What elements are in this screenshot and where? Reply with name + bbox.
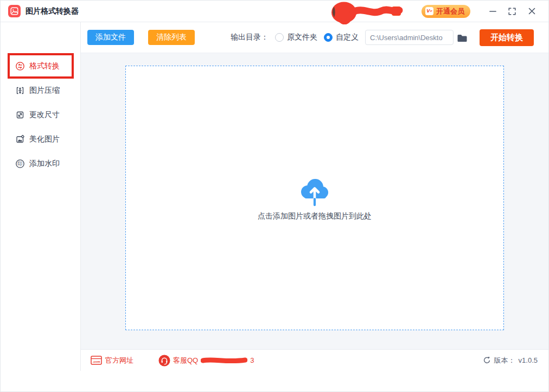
clear-list-button[interactable]: 清除列表 (148, 30, 195, 45)
official-site-label: 官方网址 (105, 356, 133, 365)
footer-bar: .com 官方网址 客服QQ 3 (81, 349, 548, 371)
version-refresh-icon (483, 356, 491, 364)
image-dropzone[interactable]: 点击添加图片或者拖拽图片到此处 (125, 66, 504, 330)
minimize-icon (489, 7, 497, 15)
sidebar-item-label: 更改尺寸 (29, 110, 60, 120)
sidebar-item-resize[interactable]: 更改尺寸 (1, 102, 80, 127)
sidebar-item-watermark[interactable]: 印 添加水印 (1, 151, 80, 176)
beautify-icon (15, 134, 25, 144)
dropzone-hint: 点击添加图片或者拖拽图片到此处 (258, 211, 372, 221)
output-dir-label: 输出目录： (231, 33, 269, 42)
version-value: v1.0.5 (519, 356, 538, 364)
sidebar-item-label: 图片压缩 (29, 86, 60, 95)
sidebar-item-label: 格式转换 (29, 61, 60, 71)
radio-custom-folder[interactable]: 自定义 (324, 33, 359, 42)
customer-service-icon (158, 355, 170, 367)
open-vip-button[interactable]: VIP 开通会员 (422, 5, 470, 18)
watermark-icon: 印 (15, 159, 25, 169)
sidebar-item-beautify[interactable]: 美化图片 (1, 127, 80, 151)
svg-text:印: 印 (18, 161, 23, 166)
radio-circle-unchecked[interactable] (275, 33, 284, 42)
close-icon (528, 7, 536, 15)
sidebar-item-label: 美化图片 (29, 134, 60, 144)
compress-icon (15, 86, 25, 95)
content-area: 点击添加图片或者拖拽图片到此处 (81, 53, 548, 349)
svg-text:.com: .com (92, 360, 100, 363)
sidebar: 格式转换 图片压缩 更改尺寸 (1, 22, 81, 371)
qq-label: 客服QQ (173, 356, 198, 365)
radio-original-label: 原文件夹 (287, 33, 317, 42)
radio-original-folder[interactable]: 原文件夹 (275, 33, 317, 42)
vip-pill-icon: VIP (425, 7, 433, 15)
add-files-button[interactable]: 添加文件 (87, 30, 134, 45)
minimize-button[interactable] (487, 5, 499, 17)
maximize-button[interactable] (506, 5, 518, 17)
radio-circle-checked[interactable] (324, 33, 333, 42)
cloud-upload-icon (297, 175, 333, 206)
format-convert-icon (15, 61, 25, 71)
maximize-icon (508, 7, 516, 16)
sidebar-item-format-convert[interactable]: 格式转换 (1, 54, 80, 78)
app-window: 图片格式转换器 VIP VIP 开通会员 (0, 0, 549, 392)
close-button[interactable] (526, 5, 538, 17)
official-site-link[interactable]: .com 官方网址 (91, 356, 133, 365)
folder-icon (457, 33, 468, 42)
toolbar: 添加文件 清除列表 输出目录： 原文件夹 自定义 (81, 22, 548, 53)
start-convert-button[interactable]: 开始转换 (480, 29, 534, 46)
output-path-input[interactable] (365, 30, 454, 45)
vip-badge-icon: VIP (392, 7, 401, 16)
open-vip-label: 开通会员 (436, 7, 464, 16)
sidebar-item-label: 添加水印 (29, 159, 60, 169)
dotcom-site-icon: .com (91, 356, 102, 365)
app-title: 图片格式转换器 (25, 7, 79, 16)
version-info: 版本： v1.0.5 (483, 356, 538, 365)
version-label: 版本： (494, 356, 515, 365)
browse-folder-button[interactable] (457, 33, 468, 42)
customer-service-qq[interactable]: 客服QQ 3 (158, 355, 254, 367)
sidebar-item-compress[interactable]: 图片压缩 (1, 78, 80, 102)
qq-visible-digit: 3 (250, 356, 254, 364)
title-bar: 图片格式转换器 VIP VIP 开通会员 (1, 1, 548, 22)
redaction-scribble-qq (201, 356, 247, 365)
app-logo-icon (8, 5, 21, 17)
radio-custom-label: 自定义 (336, 33, 359, 42)
resize-icon (15, 110, 25, 120)
